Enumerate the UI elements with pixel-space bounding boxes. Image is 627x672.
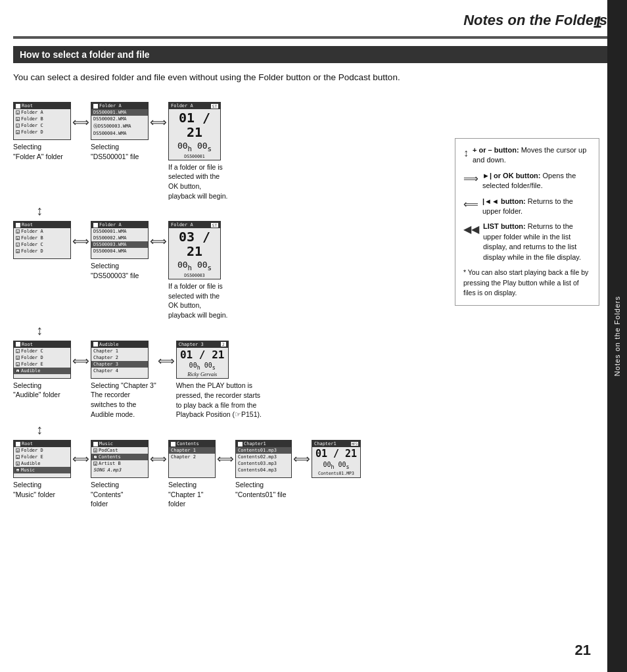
diagram-root-music: Root dFolder D eFolder E AAudible MMusic… — [13, 440, 71, 499]
arrow-right-4: ⟺ — [150, 234, 167, 249]
caption-audible: Selecting"Audible" folder — [13, 381, 60, 400]
top-divider — [13, 36, 614, 39]
screen-playback-2: Folder A ST 03 / 21 00h 00s DS500003 — [168, 221, 221, 279]
info-item-ok: ⟹ ►| or OK button: Opens the selected fo… — [463, 171, 591, 191]
screen-playback-1: Folder A ST 01 / 21 00h 00s DS500001 — [168, 102, 221, 160]
info-list-text: LIST button: Returns to the upper folder… — [483, 222, 591, 262]
info-item-back: ⟸ |◄◄ button: Returns to the upper folde… — [463, 197, 591, 217]
arrow-right-8: ⟺ — [150, 452, 167, 466]
caption-playback-1: If a folder or file isselected with theO… — [168, 162, 227, 201]
caption-chapter3: Selecting "Chapter 3"The recorderswitche… — [91, 381, 156, 420]
sidebar: Notes on the Folders — [607, 0, 627, 672]
diagram-root-1: Root aFolder A bFolder B cFolder C dFold… — [13, 102, 71, 161]
diagram-contents-list: Contents Chapter 1 Chapter 2 Selecting"C… — [168, 440, 216, 509]
sidebar-number: 1 — [593, 13, 602, 32]
diagram-music-list: Music PPodCast CContents AArtist B SONG … — [91, 440, 149, 509]
v-arrow-1: ↕ — [13, 203, 450, 218]
arrow-right-5: ⟺ — [72, 354, 89, 368]
screen-folder-a: Folder A DS500001.WMA DS500002.WMA ⓃDS50… — [91, 102, 149, 140]
info-note: * You can also start playing back a file… — [463, 268, 591, 299]
screen-root-music: Root dFolder D eFolder E AAudible MMusic — [13, 440, 71, 478]
diagram-chapter1-playback: Chapter1 MP3 01 / 21 00h 00s Contents01.… — [312, 440, 361, 478]
diagram-root-audible: Root cFolder C dFolder D eFolder E AAudi… — [13, 341, 71, 400]
caption-chapter1-folder: Selecting"Chapter 1"folder — [168, 480, 204, 509]
info-box: ↕ + or – button: Moves the cursor up and… — [455, 138, 599, 306]
arrow-right-9: ⟺ — [217, 452, 234, 466]
info-item-list: ◀◀ LIST button: Returns to the upper fol… — [463, 222, 591, 262]
diagram-chapter1-list: Chapter1 Contents01.mp3 Contents02.mp3 C… — [235, 440, 292, 499]
page-title: Notes on the Folders — [463, 12, 607, 29]
screen-root-2: Root aFolder A bFolder B cFolder C dFold… — [13, 221, 71, 259]
sidebar-label: Notes on the Folders — [613, 296, 621, 376]
section-header: How to select a folder and file — [13, 46, 614, 63]
arrow-right-10: ⟺ — [293, 452, 310, 466]
screen-chapter1-playback: Chapter1 MP3 01 / 21 00h 00s Contents01.… — [312, 440, 361, 478]
up-down-arrow-icon: ↕ — [463, 145, 469, 161]
page-number: 21 — [575, 642, 591, 659]
caption-folder-a: Selecting"Folder A" folder — [13, 142, 63, 161]
v-arrow-3: ↕ — [13, 422, 450, 437]
right-arrow-icon: ⟹ — [463, 171, 478, 187]
screen-music-list: Music PPodCast CContents AArtist B SONG … — [91, 440, 149, 478]
caption-playback-2: If a folder or file isselected with theO… — [168, 281, 227, 320]
screen-chapter3-playback: Chapter 3 2 01 / 21 00h 00s Ricky Gervai… — [176, 341, 229, 379]
diagram-root-2: Root aFolder A bFolder B cFolder C dFold… — [13, 221, 71, 259]
v-arrow-2: ↕ — [13, 323, 450, 338]
info-item-updown: ↕ + or – button: Moves the cursor up and… — [463, 145, 591, 166]
diagram-audible-list: Audible Chapter 1 Chapter 2 Chapter 3 Ch… — [91, 341, 156, 420]
screen-root-audible: Root cFolder C dFolder D eFolder E AAudi… — [13, 341, 71, 379]
arrow-right-7: ⟺ — [72, 452, 89, 466]
screen-audible-list: Audible Chapter 1 Chapter 2 Chapter 3 Ch… — [91, 341, 149, 379]
list-arrow-icon: ◀◀ — [463, 222, 479, 237]
screen-chapter1-list: Chapter1 Contents01.mp3 Contents02.mp3 C… — [235, 440, 292, 478]
intro-text: You can select a desired folder and file… — [13, 71, 496, 84]
diagram-chapter3-playback: Chapter 3 2 01 / 21 00h 00s Ricky Gervai… — [176, 341, 262, 420]
arrow-right-2: ⟺ — [150, 115, 167, 130]
caption-contents01: Selecting"Contents01" file — [235, 480, 287, 499]
screen-folder-a-2: Folder A DS500001.WMA DS500002.WMA DS500… — [91, 221, 149, 259]
caption-ds500003: Selecting"DS500003" file — [91, 261, 139, 280]
screen-contents-list: Contents Chapter 1 Chapter 2 — [168, 440, 216, 478]
arrow-right-6: ⟺ — [158, 354, 175, 368]
info-back-text: |◄◄ button: Returns to the upper folder. — [482, 197, 591, 217]
caption-contents: Selecting"Contents"folder — [91, 480, 123, 509]
screen-root-1: Root aFolder A bFolder B cFolder C dFold… — [13, 102, 71, 140]
caption-ds500001: Selecting"DS500001" file — [91, 142, 139, 161]
diagram-playback-1: Folder A ST 01 / 21 00h 00s DS500001 If … — [168, 102, 227, 201]
left-arrow-icon: ⟸ — [463, 197, 478, 212]
info-ok-text: ►| or OK button: Opens the selected fold… — [482, 171, 591, 191]
caption-music: Selecting"Music" folder — [13, 480, 55, 499]
diagram-playback-2: Folder A ST 03 / 21 00h 00s DS500003 If … — [168, 221, 227, 320]
arrow-right-3: ⟺ — [72, 234, 89, 249]
info-updown-text: + or – button: Moves the cursor up and d… — [473, 145, 591, 166]
caption-chapter3-play: When the PLAY button ispressed, the reco… — [176, 381, 262, 420]
diagram-folder-a: Folder A DS500001.WMA DS500002.WMA ⓃDS50… — [91, 102, 149, 161]
arrow-right-1: ⟺ — [72, 115, 89, 130]
diagram-folder-a-2: Folder A DS500001.WMA DS500002.WMA DS500… — [91, 221, 149, 280]
